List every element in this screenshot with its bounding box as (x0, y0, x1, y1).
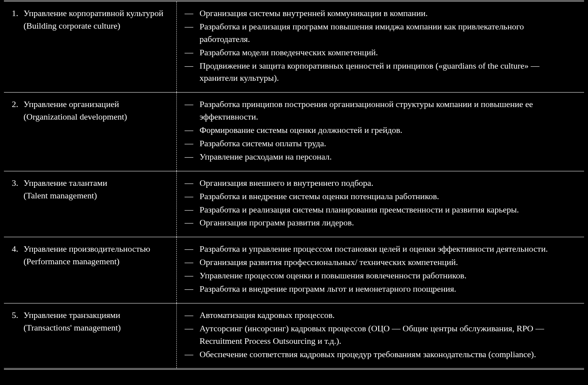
row-title-cell: 5.Управление транзакциями(Transactions' … (4, 303, 177, 369)
list-item: Формирование системы оценки должностей и… (185, 124, 576, 136)
row-title-ru: Управление производительностью (24, 243, 150, 255)
row-items-cell: Автоматизация кадровых процессов.Аутсорс… (177, 303, 584, 369)
row-title-en: (Building corporate culture) (24, 20, 163, 32)
row-title-text: Управление производительностью(Performan… (24, 243, 150, 268)
row-title-ru: Управление корпоративной культурой (24, 7, 163, 20)
row-items-list: Разработка и управление процессом постан… (185, 243, 576, 295)
row-title-text: Управление талантами(Talent management) (24, 177, 107, 202)
document-page: 1.Управление корпоративной культурой(Bui… (0, 0, 588, 385)
list-item: Организация внешнего и внутреннего подбо… (185, 177, 576, 189)
table-row: 1.Управление корпоративной культурой(Bui… (4, 1, 584, 93)
row-title-en: (Talent management) (24, 189, 107, 202)
table-row: 4.Управление производительностью(Perform… (4, 237, 584, 303)
list-item: Организация системы внутренней коммуника… (185, 7, 576, 20)
row-title: 3.Управление талантами(Talent management… (12, 177, 169, 202)
row-items-list: Разработка принципов построения организа… (185, 98, 576, 163)
list-item: Разработка и управление процессом постан… (185, 243, 576, 255)
row-title-cell: 3.Управление талантами(Talent management… (4, 171, 177, 237)
row-number: 2. (12, 98, 20, 123)
row-title-text: Управление корпоративной культурой(Build… (24, 7, 163, 32)
table-body: 1.Управление корпоративной культурой(Bui… (4, 1, 584, 369)
row-title-cell: 1.Управление корпоративной культурой(Bui… (4, 1, 177, 93)
table-row: 3.Управление талантами(Talent management… (4, 171, 584, 237)
row-title-cell: 4.Управление производительностью(Perform… (4, 237, 177, 303)
row-items-list: Организация системы внутренней коммуника… (185, 7, 576, 84)
list-item: Разработка и реализация системы планиров… (185, 203, 576, 216)
list-item: Автоматизация кадровых процессов. (185, 309, 576, 321)
row-items-list: Автоматизация кадровых процессов.Аутсорс… (185, 309, 576, 361)
table-row: 2.Управление организацией(Organizational… (4, 93, 584, 171)
row-title-ru: Управление талантами (24, 177, 107, 189)
hr-functions-table: 1.Управление корпоративной культурой(Bui… (4, 0, 584, 370)
row-title-ru: Управление транзакциями (24, 309, 121, 321)
row-title-en: (Performance management) (24, 255, 150, 268)
row-title: 1.Управление корпоративной культурой(Bui… (12, 7, 169, 32)
list-item: Разработка системы оплаты труда. (185, 137, 576, 150)
row-number: 4. (12, 243, 20, 268)
row-items-cell: Организация системы внутренней коммуника… (177, 1, 584, 93)
list-item: Разработка и внедрение системы оценки по… (185, 190, 576, 203)
row-title-text: Управление организацией(Organizational d… (24, 98, 127, 123)
list-item: Обеспечение соответствия кадровых процед… (185, 348, 576, 361)
list-item: Разработка и реализация программ повышен… (185, 20, 576, 45)
row-title: 4.Управление производительностью(Perform… (12, 243, 169, 268)
row-items-cell: Разработка принципов построения организа… (177, 93, 584, 171)
row-title-text: Управление транзакциями(Transactions' ma… (24, 309, 121, 334)
list-item: Управление расходами на персонал. (185, 151, 576, 163)
list-item: Аутсорсинг (инсорсинг) кадровых процессо… (185, 322, 576, 347)
list-item: Разработка принципов построения организа… (185, 98, 576, 123)
list-item: Организация программ развития лидеров. (185, 216, 576, 229)
list-item: Разработка и внедрение программ льгот и … (185, 283, 576, 295)
row-title-ru: Управление организацией (24, 98, 127, 111)
list-item: Организация развития профессиональных/ т… (185, 256, 576, 269)
row-title-cell: 2.Управление организацией(Organizational… (4, 93, 177, 171)
row-items-list: Организация внешнего и внутреннего подбо… (185, 177, 576, 229)
row-items-cell: Разработка и управление процессом постан… (177, 237, 584, 303)
row-title: 5.Управление транзакциями(Transactions' … (12, 309, 169, 334)
table-row: 5.Управление транзакциями(Transactions' … (4, 303, 584, 369)
row-title-en: (Organizational development) (24, 111, 127, 123)
row-title: 2.Управление организацией(Organizational… (12, 98, 169, 123)
row-title-en: (Transactions' management) (24, 321, 121, 334)
row-number: 5. (12, 309, 20, 334)
row-number: 3. (12, 177, 20, 202)
row-items-cell: Организация внешнего и внутреннего подбо… (177, 171, 584, 237)
list-item: Управление процессом оценки и повышения … (185, 269, 576, 282)
row-number: 1. (12, 7, 20, 32)
list-item: Продвижение и защита корпоративных ценно… (185, 60, 576, 85)
list-item: Разработка модели поведенческих компетен… (185, 46, 576, 59)
